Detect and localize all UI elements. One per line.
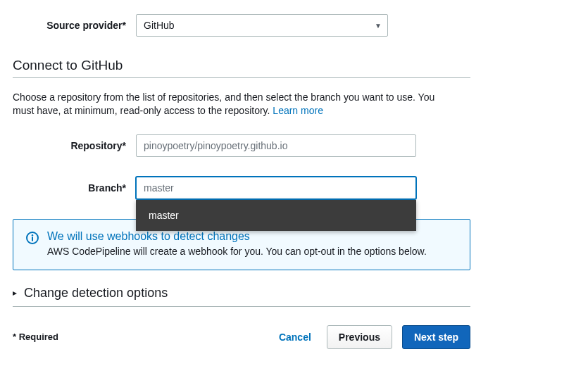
previous-button[interactable]: Previous [327, 325, 392, 349]
webhook-info-text: AWS CodePipeline will create a webhook f… [47, 246, 427, 257]
cancel-button[interactable]: Cancel [273, 327, 317, 347]
change-detection-title: Change detection options [24, 286, 168, 301]
expand-divider [13, 306, 470, 307]
webhook-info-title: We will use webhooks to detect changes [47, 230, 427, 243]
connect-section-title: Connect to GitHub [13, 58, 575, 73]
branch-dropdown: master [136, 200, 416, 231]
branch-input[interactable] [136, 177, 416, 199]
connect-description-text: Choose a repository from the list of rep… [13, 91, 434, 116]
branch-label: Branch* [13, 182, 136, 194]
source-provider-select[interactable]: GitHub ▼ [136, 14, 388, 37]
change-detection-expander[interactable]: ▸ Change detection options [13, 286, 575, 301]
svg-point-1 [32, 234, 33, 236]
caret-right-icon: ▸ [13, 288, 17, 298]
source-provider-label: Source provider* [13, 20, 136, 31]
learn-more-link[interactable]: Learn more [273, 105, 323, 116]
section-divider [13, 77, 470, 78]
connect-description: Choose a repository from the list of rep… [13, 91, 442, 118]
repository-label: Repository* [13, 140, 136, 151]
svg-rect-2 [32, 236, 33, 241]
repository-input[interactable] [136, 134, 416, 157]
next-step-button[interactable]: Next step [402, 325, 470, 349]
branch-option-master[interactable]: master [136, 200, 416, 231]
source-provider-value: GitHub [144, 20, 175, 31]
chevron-down-icon: ▼ [375, 22, 382, 30]
required-note: * Required [13, 332, 58, 342]
info-icon [26, 232, 39, 257]
